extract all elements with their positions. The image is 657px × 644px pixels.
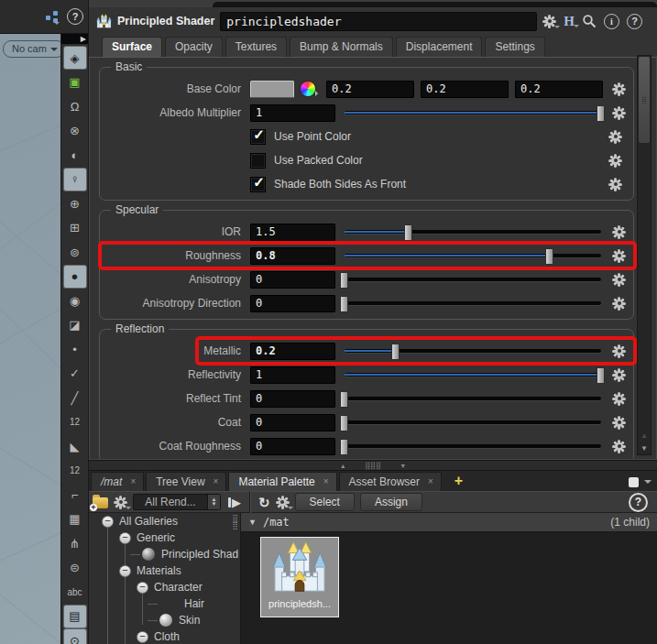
headlight-icon[interactable]: ◐ xyxy=(64,144,86,166)
tree-item-hair[interactable]: Hair xyxy=(89,595,240,612)
help-icon[interactable]: ? xyxy=(627,14,642,29)
tab-asset-browser[interactable]: Asset Browser × xyxy=(339,472,442,491)
param-gear-icon[interactable] xyxy=(612,392,626,406)
slider-handle[interactable] xyxy=(340,415,348,431)
slider-handle[interactable] xyxy=(404,224,412,241)
tab-mat[interactable]: /mat × xyxy=(91,472,144,491)
wireframe-over-icon[interactable]: ◉ xyxy=(64,289,86,311)
display-labels-icon[interactable]: abc xyxy=(64,581,86,603)
param-gear-icon[interactable] xyxy=(612,82,626,96)
display-point-numbers-icon[interactable]: 12 xyxy=(64,411,86,433)
help-icon[interactable]: ? xyxy=(67,8,83,25)
toolbar-collapse-bar[interactable]: ▶ xyxy=(61,34,88,44)
roughness-slider[interactable] xyxy=(345,248,601,264)
orbit-view-icon[interactable]: ⊚ xyxy=(64,241,86,263)
tab-material-palette[interactable]: Material Palette × xyxy=(228,472,336,491)
display-point-trails-icon[interactable]: ╱ xyxy=(64,387,86,409)
color-swatch[interactable] xyxy=(250,81,294,98)
anisotropy-field[interactable]: 0 xyxy=(250,271,335,289)
param-gear-icon[interactable] xyxy=(612,368,626,382)
pin-view-icon[interactable]: ⊙ xyxy=(64,629,86,644)
anisotropy-direction-field[interactable]: 0 xyxy=(250,295,335,312)
display-groups-icon[interactable]: ▦ xyxy=(64,508,86,530)
material-castle-icon[interactable] xyxy=(96,14,112,29)
smooth-shaded-icon[interactable]: ● xyxy=(64,266,86,288)
display-profiles-icon[interactable]: ⌐ xyxy=(64,484,86,506)
gallery-tree[interactable]: All Galleries Generic Principled Shad Ma… xyxy=(89,513,241,644)
pane-menu-icon[interactable] xyxy=(644,480,652,487)
base-color-g-field[interactable]: 0.2 xyxy=(421,81,509,98)
apply-arrow-icon[interactable]: ▶ xyxy=(228,497,241,508)
param-gear-icon[interactable] xyxy=(612,249,626,263)
slider-handle[interactable] xyxy=(597,105,605,122)
albedo-multiplier-field[interactable]: 1 xyxy=(250,104,335,122)
scene-viewport[interactable]: No cam xyxy=(0,34,60,644)
tab-textures[interactable]: Textures xyxy=(225,37,287,57)
anisotropy-slider[interactable] xyxy=(345,272,601,288)
spinner-icon[interactable]: ▲▼ xyxy=(207,495,220,509)
select-geometry-icon[interactable]: ▣ xyxy=(64,71,86,93)
reflect-tint-slider[interactable] xyxy=(345,391,601,407)
tree-item-skin[interactable]: Skin xyxy=(89,612,240,628)
roughness-field[interactable]: 0.8 xyxy=(250,247,335,265)
close-icon[interactable]: × xyxy=(428,477,433,486)
select-button[interactable]: Select xyxy=(295,493,355,511)
close-icon[interactable]: × xyxy=(130,477,136,486)
param-gear-icon[interactable] xyxy=(612,225,626,239)
houdini-logo-icon[interactable]: H xyxy=(564,14,575,29)
scrollbar-thumb[interactable]: ⣿ xyxy=(639,57,650,143)
scroll-down-icon[interactable]: ▼ xyxy=(638,442,651,454)
tab-bump-normals[interactable]: Bump & Normals xyxy=(290,37,393,57)
slider-handle[interactable] xyxy=(391,344,400,360)
display-normals-icon[interactable]: ⋔ xyxy=(64,532,86,554)
info-icon[interactable]: i xyxy=(604,14,619,29)
display-points-icon[interactable]: • xyxy=(64,338,86,360)
visualizers-icon[interactable]: ⊜ xyxy=(64,557,86,579)
slider-handle[interactable] xyxy=(597,367,605,384)
pane-divider[interactable]: ▴ ⣿⣿⣿ ▾ xyxy=(89,460,657,471)
tree-item-principled-shader[interactable]: Principled Shad xyxy=(89,546,240,562)
tree-item-all-galleries[interactable]: All Galleries xyxy=(89,513,240,529)
slider-handle[interactable] xyxy=(545,248,553,265)
coat-slider[interactable] xyxy=(345,415,601,431)
material-gear-icon[interactable] xyxy=(276,496,290,509)
assign-button[interactable]: Assign xyxy=(360,493,422,511)
slider-handle[interactable] xyxy=(340,296,348,312)
anisotropy-direction-slider[interactable] xyxy=(345,296,601,311)
divider-up-icon[interactable]: ▴ xyxy=(341,462,345,470)
coat-roughness-slider[interactable] xyxy=(345,439,601,454)
base-color-b-field[interactable]: 0.2 xyxy=(515,81,603,98)
palette-help-icon[interactable]: ? xyxy=(629,493,648,512)
reflect-tint-field[interactable]: 0 xyxy=(250,390,335,408)
add-light-icon[interactable]: ⊕ xyxy=(64,192,86,214)
coat-roughness-field[interactable]: 0 xyxy=(250,438,335,455)
collapse-toggle-icon[interactable] xyxy=(119,532,131,544)
param-gear-icon[interactable] xyxy=(612,344,626,358)
lock-view-icon[interactable]: Ω xyxy=(64,95,86,117)
node-name-field[interactable]: principledshader xyxy=(220,12,537,31)
param-gear-icon[interactable] xyxy=(608,178,622,191)
palette-path-header[interactable]: ▼ /mat (1 child) xyxy=(241,513,657,532)
use-point-color-checkbox[interactable]: ✓ xyxy=(250,129,266,145)
param-gear-icon[interactable] xyxy=(612,273,626,287)
metallic-slider[interactable] xyxy=(345,344,601,359)
refresh-icon[interactable]: ↻ xyxy=(258,496,270,509)
gallery-gear-icon[interactable] xyxy=(114,496,127,509)
ghost-objects-icon[interactable]: ◪ xyxy=(64,314,86,336)
tree-item-character[interactable]: Character xyxy=(89,579,240,595)
add-spare-light-icon[interactable]: ⊞ xyxy=(64,217,86,239)
reflectivity-slider[interactable] xyxy=(345,367,601,383)
param-gear-icon[interactable] xyxy=(608,154,622,168)
pane-maximize-icon[interactable] xyxy=(629,477,639,487)
close-icon[interactable]: × xyxy=(214,477,219,486)
param-gear-icon[interactable] xyxy=(612,297,626,311)
scroll-up-icon[interactable]: ▲ xyxy=(638,430,651,442)
display-options-icon[interactable]: ◈ xyxy=(64,47,86,69)
tree-item-materials[interactable]: Materials xyxy=(89,562,240,579)
coat-field[interactable]: 0 xyxy=(250,414,335,431)
no-lighting-icon[interactable]: ⊗ xyxy=(64,120,86,142)
tab-tree-view[interactable]: Tree View × xyxy=(146,472,226,491)
new-tab-icon[interactable]: + xyxy=(454,473,463,489)
collapse-toggle-icon[interactable] xyxy=(102,516,114,528)
divider-down-icon[interactable]: ▾ xyxy=(401,462,405,470)
